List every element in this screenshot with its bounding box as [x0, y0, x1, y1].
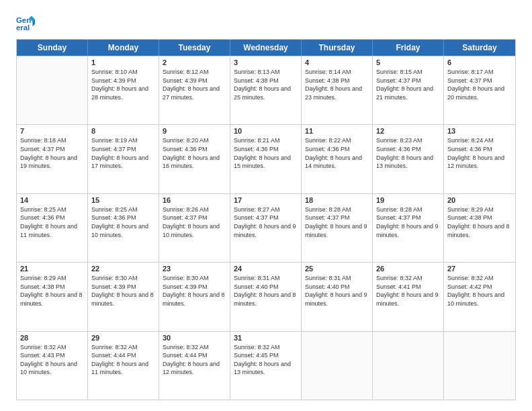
day-info: Sunrise: 8:21 AM Sunset: 4:36 PM Dayligh… [234, 136, 298, 170]
day-number: 28 [20, 334, 84, 342]
calendar-body: 1Sunrise: 8:10 AM Sunset: 4:39 PM Daylig… [17, 56, 515, 400]
day-info: Sunrise: 8:17 AM Sunset: 4:37 PM Dayligh… [447, 68, 512, 101]
calendar-cell: 19Sunrise: 8:28 AM Sunset: 4:37 PM Dayli… [373, 194, 444, 262]
header-day-sunday: Sunday [17, 40, 88, 56]
day-info: Sunrise: 8:32 AM Sunset: 4:44 PM Dayligh… [163, 343, 226, 377]
day-number: 13 [447, 127, 512, 135]
day-info: Sunrise: 8:32 AM Sunset: 4:43 PM Dayligh… [20, 343, 84, 377]
day-number: 14 [20, 196, 84, 204]
day-number: 17 [234, 196, 298, 204]
day-info: Sunrise: 8:29 AM Sunset: 4:38 PM Dayligh… [20, 274, 84, 308]
day-number: 8 [91, 127, 155, 135]
calendar-week-3: 14Sunrise: 8:25 AM Sunset: 4:36 PM Dayli… [17, 193, 515, 262]
day-info: Sunrise: 8:32 AM Sunset: 4:42 PM Dayligh… [447, 274, 512, 308]
calendar-week-4: 21Sunrise: 8:29 AM Sunset: 4:38 PM Dayli… [17, 262, 515, 330]
header-day-friday: Friday [373, 40, 444, 56]
day-number: 2 [163, 58, 226, 66]
day-info: Sunrise: 8:30 AM Sunset: 4:39 PM Dayligh… [91, 274, 155, 308]
day-number: 1 [91, 58, 155, 66]
header-day-thursday: Thursday [302, 40, 373, 56]
header: Gen eral [16, 13, 516, 32]
logo-icon: Gen eral [16, 13, 35, 32]
day-info: Sunrise: 8:25 AM Sunset: 4:36 PM Dayligh… [91, 205, 155, 239]
calendar-cell: 9Sunrise: 8:20 AM Sunset: 4:36 PM Daylig… [159, 125, 230, 193]
day-number: 6 [447, 58, 512, 66]
header-day-saturday: Saturday [444, 40, 515, 56]
calendar-cell: 1Sunrise: 8:10 AM Sunset: 4:39 PM Daylig… [88, 56, 159, 124]
calendar-cell: 3Sunrise: 8:13 AM Sunset: 4:38 PM Daylig… [230, 56, 302, 124]
day-number: 20 [447, 196, 512, 204]
day-info: Sunrise: 8:14 AM Sunset: 4:38 PM Dayligh… [305, 68, 369, 101]
calendar-cell: 22Sunrise: 8:30 AM Sunset: 4:39 PM Dayli… [88, 263, 159, 330]
day-info: Sunrise: 8:25 AM Sunset: 4:36 PM Dayligh… [20, 205, 84, 239]
day-number: 26 [376, 265, 440, 273]
day-info: Sunrise: 8:23 AM Sunset: 4:36 PM Dayligh… [376, 136, 440, 170]
calendar-cell: 15Sunrise: 8:25 AM Sunset: 4:36 PM Dayli… [88, 194, 159, 262]
day-info: Sunrise: 8:31 AM Sunset: 4:40 PM Dayligh… [234, 274, 298, 308]
day-number: 16 [163, 196, 226, 204]
day-info: Sunrise: 8:30 AM Sunset: 4:39 PM Dayligh… [163, 274, 226, 308]
day-info: Sunrise: 8:32 AM Sunset: 4:45 PM Dayligh… [234, 343, 298, 377]
calendar-week-5: 28Sunrise: 8:32 AM Sunset: 4:43 PM Dayli… [17, 331, 515, 400]
day-number: 25 [305, 265, 369, 273]
day-info: Sunrise: 8:28 AM Sunset: 4:37 PM Dayligh… [376, 205, 440, 239]
calendar-cell [17, 56, 88, 124]
calendar-cell: 27Sunrise: 8:32 AM Sunset: 4:42 PM Dayli… [444, 263, 515, 330]
day-number: 23 [163, 265, 226, 273]
day-info: Sunrise: 8:28 AM Sunset: 4:37 PM Dayligh… [305, 205, 369, 239]
day-number: 21 [20, 265, 84, 273]
calendar-week-1: 1Sunrise: 8:10 AM Sunset: 4:39 PM Daylig… [17, 56, 515, 124]
calendar-cell: 17Sunrise: 8:27 AM Sunset: 4:37 PM Dayli… [230, 194, 302, 262]
calendar-cell: 2Sunrise: 8:12 AM Sunset: 4:39 PM Daylig… [159, 56, 230, 124]
svg-text:eral: eral [16, 24, 30, 32]
day-number: 5 [376, 58, 440, 66]
day-info: Sunrise: 8:19 AM Sunset: 4:37 PM Dayligh… [91, 136, 155, 170]
calendar-cell: 25Sunrise: 8:31 AM Sunset: 4:40 PM Dayli… [302, 263, 373, 330]
day-info: Sunrise: 8:10 AM Sunset: 4:39 PM Dayligh… [91, 68, 155, 101]
day-number: 15 [91, 196, 155, 204]
day-number: 19 [376, 196, 440, 204]
day-info: Sunrise: 8:31 AM Sunset: 4:40 PM Dayligh… [305, 274, 369, 308]
calendar-cell [302, 332, 373, 400]
day-info: Sunrise: 8:24 AM Sunset: 4:36 PM Dayligh… [447, 136, 512, 170]
day-number: 22 [91, 265, 155, 273]
day-info: Sunrise: 8:12 AM Sunset: 4:39 PM Dayligh… [163, 68, 226, 101]
day-info: Sunrise: 8:20 AM Sunset: 4:36 PM Dayligh… [163, 136, 226, 170]
calendar-cell: 12Sunrise: 8:23 AM Sunset: 4:36 PM Dayli… [373, 125, 444, 193]
day-info: Sunrise: 8:27 AM Sunset: 4:37 PM Dayligh… [234, 205, 298, 239]
day-number: 31 [234, 334, 298, 342]
day-info: Sunrise: 8:13 AM Sunset: 4:38 PM Dayligh… [234, 68, 298, 101]
day-number: 30 [163, 334, 226, 342]
calendar-cell: 16Sunrise: 8:26 AM Sunset: 4:37 PM Dayli… [159, 194, 230, 262]
day-number: 3 [234, 58, 298, 66]
calendar: SundayMondayTuesdayWednesdayThursdayFrid… [16, 39, 516, 400]
header-day-wednesday: Wednesday [230, 40, 302, 56]
day-number: 24 [234, 265, 298, 273]
calendar-page: Gen eral SundayMondayTuesdayWednesdayThu… [0, 0, 532, 411]
calendar-cell: 5Sunrise: 8:15 AM Sunset: 4:37 PM Daylig… [373, 56, 444, 124]
day-number: 7 [20, 127, 84, 135]
calendar-week-2: 7Sunrise: 8:18 AM Sunset: 4:37 PM Daylig… [17, 124, 515, 193]
calendar-cell: 7Sunrise: 8:18 AM Sunset: 4:37 PM Daylig… [17, 125, 88, 193]
day-number: 4 [305, 58, 369, 66]
calendar-cell: 28Sunrise: 8:32 AM Sunset: 4:43 PM Dayli… [17, 332, 88, 400]
day-info: Sunrise: 8:18 AM Sunset: 4:37 PM Dayligh… [20, 136, 84, 170]
day-number: 11 [305, 127, 369, 135]
day-number: 29 [91, 334, 155, 342]
day-info: Sunrise: 8:32 AM Sunset: 4:44 PM Dayligh… [91, 343, 155, 377]
day-number: 12 [376, 127, 440, 135]
calendar-cell [444, 332, 515, 400]
calendar-cell: 21Sunrise: 8:29 AM Sunset: 4:38 PM Dayli… [17, 263, 88, 330]
day-number: 27 [447, 265, 512, 273]
day-info: Sunrise: 8:29 AM Sunset: 4:38 PM Dayligh… [447, 205, 512, 239]
calendar-cell: 13Sunrise: 8:24 AM Sunset: 4:36 PM Dayli… [444, 125, 515, 193]
calendar-cell: 18Sunrise: 8:28 AM Sunset: 4:37 PM Dayli… [302, 194, 373, 262]
day-number: 10 [234, 127, 298, 135]
day-info: Sunrise: 8:22 AM Sunset: 4:36 PM Dayligh… [305, 136, 369, 170]
calendar-header-row: SundayMondayTuesdayWednesdayThursdayFrid… [17, 40, 515, 56]
calendar-cell: 4Sunrise: 8:14 AM Sunset: 4:38 PM Daylig… [302, 56, 373, 124]
calendar-cell: 14Sunrise: 8:25 AM Sunset: 4:36 PM Dayli… [17, 194, 88, 262]
calendar-cell: 11Sunrise: 8:22 AM Sunset: 4:36 PM Dayli… [302, 125, 373, 193]
calendar-cell: 10Sunrise: 8:21 AM Sunset: 4:36 PM Dayli… [230, 125, 302, 193]
day-info: Sunrise: 8:15 AM Sunset: 4:37 PM Dayligh… [376, 68, 440, 101]
